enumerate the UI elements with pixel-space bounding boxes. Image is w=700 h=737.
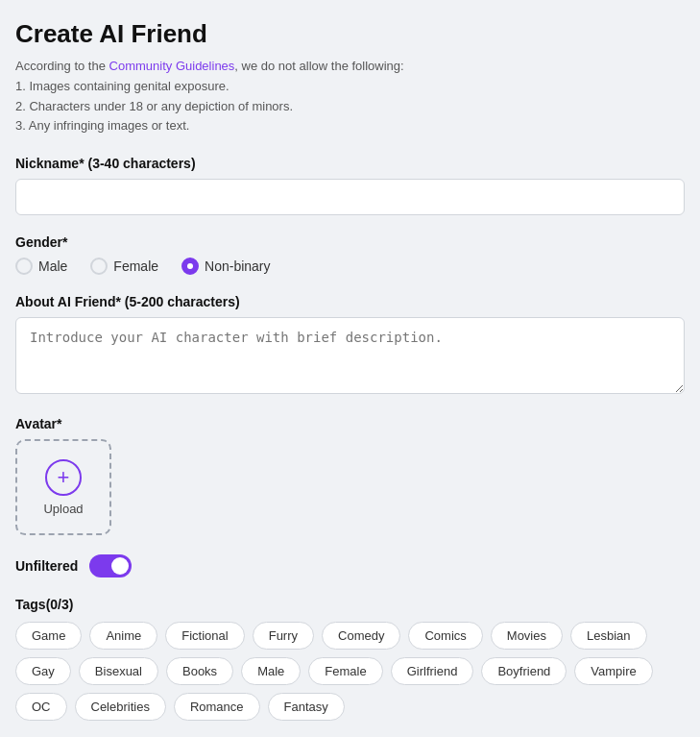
tag-fantasy[interactable]: Fantasy bbox=[268, 693, 345, 721]
tag-game[interactable]: Game bbox=[15, 622, 82, 650]
nickname-label: Nickname* (3-40 characters) bbox=[15, 156, 685, 171]
page-title: Create AI Friend bbox=[15, 19, 685, 49]
tag-romance[interactable]: Romance bbox=[174, 693, 260, 721]
gender-female-radio[interactable] bbox=[90, 258, 108, 275]
tag-movies[interactable]: Movies bbox=[491, 622, 563, 650]
page-container: Create AI Friend According to the Commun… bbox=[0, 0, 700, 737]
tags-label: Tags(0/3) bbox=[15, 597, 685, 612]
about-textarea[interactable] bbox=[15, 317, 685, 394]
tag-comedy[interactable]: Comedy bbox=[322, 622, 400, 650]
gender-label: Gender* bbox=[15, 234, 685, 250]
guidelines-item-2: 2. Characters under 18 or any depiction … bbox=[15, 97, 685, 117]
tag-vampire[interactable]: Vampire bbox=[574, 657, 652, 685]
about-label: About AI Friend* (5-200 characters) bbox=[15, 294, 685, 309]
gender-male-option[interactable]: Male bbox=[15, 258, 67, 275]
guidelines: According to the Community Guidelines, w… bbox=[15, 57, 685, 136]
avatar-plus-icon: + bbox=[45, 459, 82, 496]
tag-furry[interactable]: Furry bbox=[253, 622, 314, 650]
unfiltered-toggle[interactable] bbox=[89, 554, 132, 577]
avatar-section: Avatar* + Upload bbox=[15, 416, 685, 535]
community-guidelines-link[interactable]: Community Guidelines bbox=[109, 59, 235, 73]
tags-grid: Game Anime Fictional Furry Comedy Comics… bbox=[15, 622, 685, 721]
gender-nonbinary-radio[interactable] bbox=[181, 258, 199, 275]
tag-boyfriend[interactable]: Boyfriend bbox=[481, 657, 567, 685]
guidelines-intro: According to the Community Guidelines, w… bbox=[15, 57, 685, 77]
avatar-upload-button[interactable]: + Upload bbox=[15, 439, 111, 535]
tag-male[interactable]: Male bbox=[241, 657, 301, 685]
guidelines-item-1: 1. Images containing genital exposure. bbox=[15, 77, 685, 97]
tag-books[interactable]: Books bbox=[166, 657, 233, 685]
nickname-input[interactable] bbox=[15, 179, 685, 215]
gender-options: Male Female Non-binary bbox=[15, 258, 685, 275]
gender-female-label: Female bbox=[113, 258, 158, 274]
unfiltered-label: Unfiltered bbox=[15, 558, 78, 574]
gender-section: Gender* Male Female Non-binary bbox=[15, 234, 685, 275]
tag-gay[interactable]: Gay bbox=[15, 657, 71, 685]
guidelines-list: 1. Images containing genital exposure. 2… bbox=[15, 77, 685, 136]
gender-nonbinary-label: Non-binary bbox=[205, 258, 270, 274]
about-section: About AI Friend* (5-200 characters) bbox=[15, 294, 685, 397]
nickname-section: Nickname* (3-40 characters) bbox=[15, 156, 685, 215]
tag-oc[interactable]: OC bbox=[15, 693, 67, 721]
gender-male-radio[interactable] bbox=[15, 258, 33, 275]
avatar-label: Avatar* bbox=[15, 416, 685, 431]
toggle-slider bbox=[89, 554, 132, 577]
guidelines-item-3: 3. Any infringing images or text. bbox=[15, 116, 685, 136]
tags-section: Tags(0/3) Game Anime Fictional Furry Com… bbox=[15, 597, 685, 721]
tag-lesbian[interactable]: Lesbian bbox=[570, 622, 647, 650]
gender-female-option[interactable]: Female bbox=[90, 258, 158, 275]
tag-anime[interactable]: Anime bbox=[89, 622, 157, 650]
tag-celebrities[interactable]: Celebrities bbox=[75, 693, 166, 721]
gender-male-label: Male bbox=[38, 258, 67, 274]
tag-fictional[interactable]: Fictional bbox=[165, 622, 244, 650]
avatar-upload-text: Upload bbox=[43, 502, 83, 516]
tag-female[interactable]: Female bbox=[308, 657, 382, 685]
tag-comics[interactable]: Comics bbox=[408, 622, 482, 650]
tag-girlfriend[interactable]: Girlfriend bbox=[391, 657, 474, 685]
tag-bisexual[interactable]: Bisexual bbox=[79, 657, 158, 685]
unfiltered-row: Unfiltered bbox=[15, 554, 685, 577]
gender-nonbinary-option[interactable]: Non-binary bbox=[181, 258, 270, 275]
